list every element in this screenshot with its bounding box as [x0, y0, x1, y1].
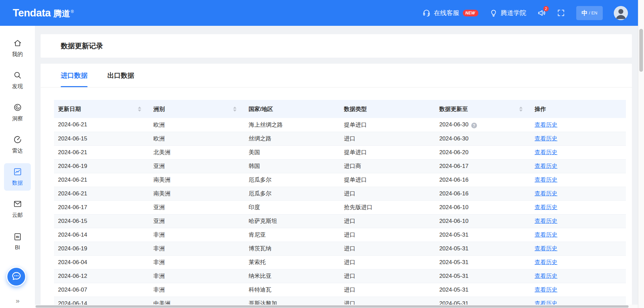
view-history-link[interactable]: 查看历史	[535, 287, 557, 293]
cell-continent: 北美洲	[149, 145, 245, 159]
language-toggle[interactable]: 中 / EN	[576, 6, 603, 20]
view-history-link[interactable]: 查看历史	[535, 259, 557, 265]
cell-updated-to: 2024-06-16	[435, 187, 531, 200]
sidebar-collapse-button[interactable]: »	[0, 297, 35, 305]
column-header-1[interactable]: 更新日期	[54, 100, 149, 118]
table-row: 2024-06-19非洲博茨瓦纳进口2024-05-31查看历史	[54, 242, 626, 255]
column-label: 操作	[535, 105, 546, 113]
table-row: 2024-06-14非洲肯尼亚进口2024-05-31查看历史	[54, 228, 626, 242]
cell-continent: 亚洲	[149, 159, 245, 173]
cell-updated-to: 2024-06-30?	[435, 118, 531, 132]
cell-update-date: 2024-06-19	[54, 242, 149, 255]
announcement-button[interactable]: 2	[537, 9, 546, 17]
new-badge: NEW	[463, 10, 478, 16]
cell-continent: 亚洲	[149, 214, 245, 228]
table-container: 更新日期洲别国家/地区数据类型数据更新至操作 2024-06-21欧洲海上丝绸之…	[41, 87, 632, 308]
cell-region: 海上丝绸之路	[245, 118, 340, 132]
cell-continent: 非洲	[149, 242, 245, 255]
sidebar-item-发现[interactable]: 发现	[4, 67, 31, 94]
sort-icon[interactable]	[519, 107, 523, 112]
horizontal-scrollbar-thumb[interactable]	[36, 305, 629, 308]
sidebar-item-label: 洞察	[12, 115, 23, 122]
table-row: 2024-06-04非洲莱索托进口2024-05-31查看历史	[54, 255, 626, 269]
cell-updated-to: 2024-06-10	[435, 214, 531, 228]
cell-update-date: 2024-06-17	[54, 200, 149, 214]
view-history-link[interactable]: 查看历史	[535, 232, 557, 238]
cell-updated-to: 2024-06-30	[435, 132, 531, 145]
cell-continent: 非洲	[149, 228, 245, 242]
fullscreen-button[interactable]	[557, 9, 565, 17]
cell-update-date: 2024-06-15	[54, 214, 149, 228]
view-history-link[interactable]: 查看历史	[535, 163, 557, 169]
sidebar-item-label: 雷达	[12, 147, 23, 155]
caret-down-icon	[519, 110, 523, 112]
view-history-link[interactable]: 查看历史	[535, 149, 557, 156]
table-row: 2024-06-21欧洲海上丝绸之路提单进口2024-06-30?查看历史	[54, 118, 626, 132]
cell-data-type: 提单进口	[340, 118, 435, 132]
cell-region: 肯尼亚	[245, 228, 340, 242]
sort-icon[interactable]	[233, 107, 236, 112]
cell-action: 查看历史	[531, 214, 626, 228]
cell-updated-to: 2024-05-31	[435, 255, 531, 269]
data-card: 进口数据出口数据 更新日期洲别国家/地区数据类型数据更新至操作 2024-06-…	[41, 64, 632, 308]
cell-data-type: 进口	[340, 242, 435, 255]
cell-action: 查看历史	[531, 228, 626, 242]
home-icon	[13, 39, 22, 49]
view-history-link[interactable]: 查看历史	[535, 245, 557, 252]
table-row: 2024-06-17亚洲印度抢先版进口2024-06-10查看历史	[54, 200, 626, 214]
cell-region: 厄瓜多尔	[245, 187, 340, 200]
cell-continent: 南美洲	[149, 187, 245, 200]
online-service-button[interactable]: 在线客服 NEW	[422, 9, 478, 17]
cell-update-date: 2024-06-21	[54, 173, 149, 187]
view-history-link[interactable]: 查看历史	[535, 204, 557, 210]
cell-region: 博茨瓦纳	[245, 242, 340, 255]
column-header-5[interactable]: 数据更新至	[435, 100, 531, 118]
sidebar-item-云邮[interactable]: 云邮	[4, 195, 31, 223]
top-header: Tendata 腾道 ® 在线客服 NEW	[0, 0, 638, 26]
chat-float-button[interactable]	[6, 267, 26, 287]
view-history-link[interactable]: 查看历史	[535, 190, 557, 197]
academy-button[interactable]: 腾道学院	[489, 9, 526, 17]
sidebar-item-雷达[interactable]: 雷达	[4, 131, 31, 159]
tab-出口数据[interactable]: 出口数据	[107, 64, 134, 87]
bi-icon: BI	[13, 232, 22, 243]
vertical-scrollbar-thumb[interactable]	[639, 29, 643, 72]
view-history-link[interactable]: 查看历史	[535, 122, 557, 128]
column-label: 数据更新至	[439, 105, 468, 113]
help-icon[interactable]: ?	[471, 123, 477, 128]
cell-update-date: 2024-06-14	[54, 228, 149, 242]
table-row: 2024-06-21南美洲厄瓜多尔提单进口2024-06-16查看历史	[54, 173, 626, 187]
cell-updated-to: 2024-06-10	[435, 200, 531, 214]
view-history-link[interactable]: 查看历史	[535, 177, 557, 183]
cell-region: 印度	[245, 200, 340, 214]
tendata-logo[interactable]: Tendata 腾道 ®	[13, 7, 74, 19]
avatar[interactable]	[614, 6, 628, 20]
sidebar-item-洞察[interactable]: 洞察	[4, 99, 31, 126]
cell-data-type: 进口	[340, 187, 435, 200]
table-row: 2024-06-15欧洲丝绸之路进口2024-06-30查看历史	[54, 132, 626, 145]
horizontal-scrollbar[interactable]	[35, 305, 638, 308]
view-history-link[interactable]: 查看历史	[535, 218, 557, 224]
cell-region: 厄瓜多尔	[245, 173, 340, 187]
svg-text:BI: BI	[16, 235, 19, 238]
caret-up-icon	[519, 107, 523, 109]
tab-bar: 进口数据出口数据	[41, 64, 632, 87]
sidebar-item-BI[interactable]: BIBI	[4, 228, 31, 255]
sidebar-item-我的[interactable]: 我的	[4, 35, 31, 62]
cell-region: 丝绸之路	[245, 132, 340, 145]
vertical-scrollbar[interactable]	[638, 0, 644, 308]
headset-icon	[422, 9, 431, 17]
sidebar-item-数据[interactable]: 数据	[4, 163, 31, 191]
sort-icon[interactable]	[138, 107, 141, 112]
cell-continent: 非洲	[149, 283, 245, 297]
tab-进口数据[interactable]: 进口数据	[61, 64, 88, 87]
cell-updated-to: 2024-05-31	[435, 242, 531, 255]
cell-data-type: 进口	[340, 255, 435, 269]
column-header-2[interactable]: 洲别	[149, 100, 245, 118]
view-history-link[interactable]: 查看历史	[535, 273, 557, 279]
cell-region: 科特迪瓦	[245, 283, 340, 297]
view-history-link[interactable]: 查看历史	[535, 135, 557, 142]
table-row: 2024-06-21北美洲美国提单进口2024-06-20查看历史	[54, 145, 626, 159]
sidebar-item-label: 我的	[12, 51, 23, 58]
cell-action: 查看历史	[531, 269, 626, 283]
